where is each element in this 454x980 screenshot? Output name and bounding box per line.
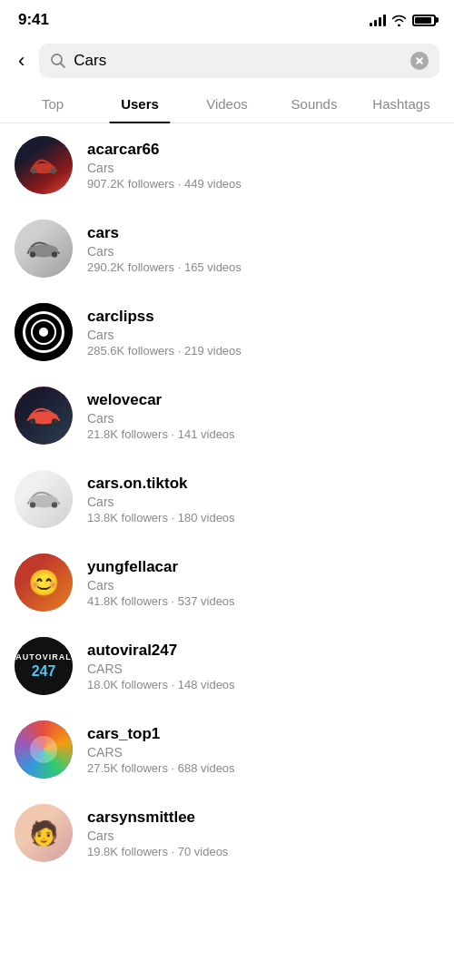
- user-stats: 907.2K followers · 449 videos: [87, 177, 439, 191]
- tab-videos[interactable]: Videos: [183, 85, 271, 122]
- user-category: Cars: [87, 328, 439, 342]
- user-list-item[interactable]: cars Cars 290.2K followers · 165 videos: [0, 207, 454, 290]
- user-info: carclipss Cars 285.6K followers · 219 vi…: [87, 308, 439, 358]
- user-category: Cars: [87, 161, 439, 175]
- avatar: [15, 303, 73, 361]
- username: cars.on.tiktok: [87, 475, 439, 493]
- user-stats: 290.2K followers · 165 videos: [87, 260, 439, 274]
- user-info: cars.on.tiktok Cars 13.8K followers · 18…: [87, 475, 439, 524]
- user-stats: 21.8K followers · 141 videos: [87, 427, 439, 441]
- avatar: [15, 136, 73, 194]
- svg-point-3: [51, 169, 56, 174]
- user-list-item[interactable]: acarcar66 Cars 907.2K followers · 449 vi…: [0, 123, 454, 207]
- svg-point-6: [52, 251, 57, 257]
- avatar: [15, 720, 73, 779]
- user-list-item[interactable]: cars_top1 CARS 27.5K followers · 688 vid…: [0, 708, 454, 791]
- search-input-wrapper[interactable]: Cars: [39, 44, 439, 78]
- user-stats: 27.5K followers · 688 videos: [87, 761, 439, 775]
- username: cars: [87, 224, 439, 242]
- user-stats: 19.8K followers · 70 videos: [87, 845, 439, 858]
- user-list-item[interactable]: cars.on.tiktok Cars 13.8K followers · 18…: [0, 457, 454, 541]
- svg-point-8: [30, 418, 35, 424]
- clear-search-button[interactable]: [410, 52, 429, 70]
- status-icons: [370, 14, 436, 26]
- user-info: cars Cars 290.2K followers · 165 videos: [87, 224, 439, 274]
- status-bar: 9:41: [0, 0, 454, 36]
- avatar: 🧑: [15, 804, 73, 862]
- username: autoviral247: [87, 642, 439, 660]
- status-time: 9:41: [18, 11, 49, 29]
- avatar: [15, 470, 73, 528]
- tabs-row: Top Users Videos Sounds Hashtags: [0, 85, 454, 123]
- user-list-item[interactable]: welovecar Cars 21.8K followers · 141 vid…: [0, 374, 454, 457]
- user-list-item[interactable]: AUTOVIRAL 247 autoviral247 CARS 18.0K fo…: [0, 624, 454, 708]
- search-query: Cars: [74, 52, 403, 70]
- tab-top[interactable]: Top: [9, 85, 96, 122]
- user-category: Cars: [87, 828, 439, 843]
- svg-point-9: [52, 418, 57, 424]
- user-category: Cars: [87, 411, 439, 426]
- user-category: Cars: [87, 495, 439, 509]
- wifi-icon: [391, 15, 407, 26]
- svg-point-5: [30, 251, 35, 257]
- tab-users[interactable]: Users: [96, 85, 183, 122]
- username: carsynsmittlee: [87, 808, 439, 827]
- battery-icon: [412, 15, 436, 26]
- username: carclipss: [87, 308, 439, 326]
- user-category: Cars: [87, 244, 439, 259]
- avatar: AUTOVIRAL 247: [15, 637, 73, 695]
- signal-icon: [370, 14, 386, 26]
- search-icon: [50, 53, 66, 69]
- user-category: CARS: [87, 662, 439, 676]
- avatar: 😊: [15, 554, 73, 612]
- svg-point-11: [30, 502, 35, 507]
- user-category: Cars: [87, 578, 439, 593]
- user-info: carsynsmittlee Cars 19.8K followers · 70…: [87, 808, 439, 858]
- user-stats: 18.0K followers · 148 videos: [87, 678, 439, 691]
- search-bar-row: ‹ Cars: [0, 36, 454, 85]
- username: cars_top1: [87, 725, 439, 743]
- username: welovecar: [87, 391, 439, 409]
- avatar: [15, 387, 73, 445]
- user-info: acarcar66 Cars 907.2K followers · 449 vi…: [87, 141, 439, 191]
- user-stats: 41.8K followers · 537 videos: [87, 594, 439, 608]
- user-list: acarcar66 Cars 907.2K followers · 449 vi…: [0, 123, 454, 875]
- username: acarcar66: [87, 141, 439, 159]
- user-stats: 285.6K followers · 219 videos: [87, 344, 439, 358]
- user-info: welovecar Cars 21.8K followers · 141 vid…: [87, 391, 439, 441]
- user-list-item[interactable]: carclipss Cars 285.6K followers · 219 vi…: [0, 290, 454, 374]
- avatar: [15, 220, 73, 278]
- svg-point-12: [52, 502, 57, 507]
- user-info: autoviral247 CARS 18.0K followers · 148 …: [87, 642, 439, 691]
- user-list-item[interactable]: 😊 yungfellacar Cars 41.8K followers · 53…: [0, 541, 454, 624]
- user-category: CARS: [87, 745, 439, 760]
- user-info: cars_top1 CARS 27.5K followers · 688 vid…: [87, 725, 439, 775]
- user-info: yungfellacar Cars 41.8K followers · 537 …: [87, 558, 439, 608]
- svg-point-2: [31, 169, 36, 174]
- user-stats: 13.8K followers · 180 videos: [87, 511, 439, 524]
- tab-sounds[interactable]: Sounds: [271, 85, 358, 122]
- user-list-item[interactable]: 🧑 carsynsmittlee Cars 19.8K followers · …: [0, 791, 454, 875]
- tab-hashtags[interactable]: Hashtags: [358, 85, 445, 122]
- username: yungfellacar: [87, 558, 439, 576]
- back-button[interactable]: ‹: [15, 45, 28, 76]
